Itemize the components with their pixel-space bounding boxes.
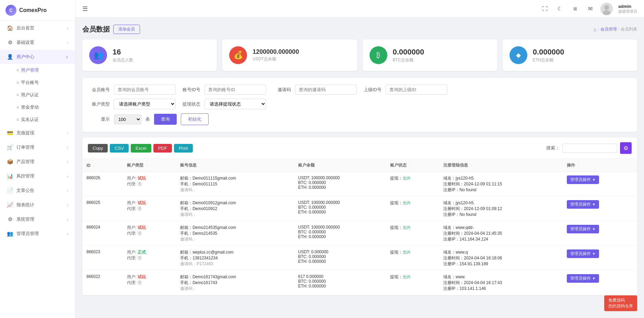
chevron-icon: ‹: [67, 232, 68, 236]
invite-code-input[interactable]: [295, 85, 357, 95]
account-id-input[interactable]: [204, 85, 266, 95]
chevron-down-icon: ∨: [66, 55, 68, 59]
account-type-select[interactable]: 请选择账户类型 正式用户 试玩用户: [114, 99, 176, 109]
action-button[interactable]: 管理员操作 ▼: [567, 200, 599, 209]
cell-id: 866026: [82, 172, 123, 197]
cell-account-type: 用户: 试玩 代理: 否: [123, 221, 176, 246]
watermark-line1: 免费源码: [608, 297, 633, 303]
deposit-icon: 💳: [7, 130, 13, 136]
theme-icon[interactable]: ☾: [555, 4, 565, 14]
sidebar-item-user-auth[interactable]: 用户认证: [16, 89, 75, 101]
sidebar-item-platform-account[interactable]: 平台账号: [16, 76, 75, 89]
member-table: ID ↕ 账户类型 ↕ 账号信息 账户余额 账户状态 ↕ 注册登陆信息 ↕ 操作…: [82, 159, 637, 295]
order-icon: 🛒: [7, 144, 13, 150]
member-account-input[interactable]: [114, 85, 176, 95]
sidebar-item-basic-settings[interactable]: ⚙ 基础设置 ‹: [0, 35, 75, 50]
display-count-select[interactable]: 10 25 50 100: [114, 114, 141, 124]
eth-label: ETH总余额: [533, 57, 564, 63]
usdt-value: 1200000.000000: [253, 48, 299, 56]
action-button[interactable]: 管理员操作 ▼: [567, 249, 599, 258]
chevron-icon: ‹: [67, 203, 68, 207]
sidebar-item-real-name[interactable]: 实名认证: [16, 113, 75, 126]
topbar-left: ☰: [82, 5, 88, 13]
cell-balance: USDT: 0.000000 BTC: 0.000000 ETH: 0.0000…: [294, 246, 386, 271]
sidebar-item-asset-change[interactable]: 资金变动: [16, 101, 75, 113]
cell-reg-info: 域名：www.q 注册时间：2024-04-04 16:18:06 注册IP：1…: [439, 246, 563, 271]
withdraw-status-select[interactable]: 请选择提现状态 允许 禁止: [204, 99, 266, 109]
col-account-info: 账号信息: [176, 159, 294, 172]
sidebar-item-dashboard[interactable]: 🏠 后台首页 ‹: [0, 21, 75, 35]
avatar: [600, 3, 613, 15]
breadcrumb-member-management[interactable]: 会员管理: [600, 26, 617, 32]
col-balance: 账户余额: [294, 159, 386, 172]
action-button[interactable]: 管理员操作 ▼: [567, 225, 599, 233]
eth-icon: ◆: [510, 46, 527, 64]
csv-button[interactable]: CSV: [110, 144, 129, 152]
action-button[interactable]: 管理员操作 ▼: [567, 175, 599, 184]
sidebar: C ComexPro 🏠 后台首页 ‹ ⚙ 基础设置 ‹ 👤 用户中心 ∨: [0, 0, 75, 318]
chevron-icon: ‹: [67, 131, 68, 135]
query-button[interactable]: 查询: [154, 114, 177, 125]
breadcrumb-member-list: 会员列表: [621, 26, 637, 32]
sidebar-item-user-management[interactable]: 用户管理: [16, 64, 75, 76]
action-button[interactable]: 管理员操作 ▼: [567, 274, 599, 283]
sidebar-sub-label-real-name: 实名认证: [21, 117, 39, 123]
product-icon: 📦: [7, 159, 13, 165]
col-account-type[interactable]: 账户类型 ↕: [123, 159, 176, 172]
sidebar-sub-label-platform-account: 平台账号: [21, 80, 39, 86]
reset-button[interactable]: 初始化: [181, 113, 209, 125]
eth-value: 0.000000: [533, 48, 564, 57]
fullscreen-icon[interactable]: ⛶: [540, 4, 550, 14]
usdt-icon: 💰: [229, 46, 247, 64]
pdf-button[interactable]: PDF: [153, 144, 172, 152]
sidebar-item-report-stats[interactable]: 📈 报表统计 ‹: [0, 198, 75, 212]
member-account-label: 会员账号: [89, 87, 110, 93]
search-input[interactable]: [562, 144, 617, 153]
sidebar-item-deposit-withdraw[interactable]: 💳 充值提现 ‹: [0, 126, 75, 140]
sidebar-label-system-management: 系统管理: [16, 216, 34, 222]
chevron-icon: ‹: [67, 188, 68, 193]
sidebar-item-system-management[interactable]: ⚙ 系统管理 ‹: [0, 212, 75, 227]
cell-balance: 617 0.000000 BTC: 0.000000 ETH: 0.000000: [294, 271, 386, 295]
sidebar-item-product-management[interactable]: 📦 产品管理 ‹: [0, 155, 75, 169]
cell-reg-info: 域名：www.qdd- 注册时间：2024-04-04 21:45:35 注册I…: [439, 221, 563, 246]
article-icon: 📄: [7, 187, 13, 194]
sidebar-item-admin-management[interactable]: 👥 管理员管理 ‹: [0, 227, 75, 241]
cell-status: 提现：允许: [386, 172, 439, 197]
main-content: ☰ ⛶ ☾ ⊞ ✉ admin 超级管理员 会员数据 添加会员 ⌂ /: [75, 0, 644, 318]
sidebar-item-user-center[interactable]: 👤 用户中心 ∨: [0, 50, 75, 64]
excel-button[interactable]: Excel: [131, 144, 151, 152]
risk-icon: 📊: [7, 173, 13, 179]
message-icon[interactable]: ✉: [585, 4, 595, 14]
stat-card-eth: ◆ 0.000000 ETH总余额: [503, 39, 637, 71]
sidebar-item-order-management[interactable]: 🛒 订单管理 ‹: [0, 140, 75, 155]
chevron-icon: ‹: [67, 26, 68, 30]
parent-id-input[interactable]: [386, 85, 447, 95]
cell-status: 提现：允许: [386, 197, 439, 221]
sidebar-item-article-notice[interactable]: 📄 文章公告 ‹: [0, 183, 75, 198]
screenshot-icon[interactable]: ⊞: [570, 4, 580, 14]
col-status[interactable]: 账户状态 ↕: [386, 159, 439, 172]
col-action[interactable]: 操作 ↕: [563, 159, 637, 172]
cell-id: 866025: [82, 197, 123, 221]
sidebar-label-risk-control: 风控管理: [16, 173, 34, 179]
table-settings-button[interactable]: ⚙: [620, 142, 632, 154]
col-reg-info[interactable]: 注册登陆信息 ↕: [439, 159, 563, 172]
sidebar-label-order-management: 订单管理: [16, 144, 34, 150]
print-button[interactable]: Print: [174, 144, 193, 152]
table-row: 866026 用户: 试玩 代理: 否 邮箱：Demo011115gmail.c…: [82, 172, 637, 197]
cell-balance: USDT: 100000.000000 BTC: 0.000000 ETH: 0…: [294, 197, 386, 221]
search-label: 搜索：: [546, 145, 560, 151]
invite-code-label: 邀请码: [270, 87, 291, 93]
hamburger-icon[interactable]: ☰: [82, 5, 88, 13]
cell-id: 866024: [82, 221, 123, 246]
col-id[interactable]: ID ↕: [82, 159, 123, 172]
copy-button[interactable]: Copy: [88, 144, 108, 152]
cell-account-type: 用户: 试玩 代理: 否: [123, 197, 176, 221]
add-member-button[interactable]: 添加会员: [113, 25, 140, 34]
sidebar-item-risk-control[interactable]: 📊 风控管理 ‹: [0, 169, 75, 183]
user-name: admin: [618, 4, 637, 9]
home-breadcrumb-icon[interactable]: ⌂: [594, 27, 596, 32]
cell-account-info: 邮箱：Demo010912gmail.com 手机：Demo010912 邀请码…: [176, 197, 294, 221]
table-row: 866023 用户: 正式 代理: 否 邮箱：weplus.cc@gmail.c…: [82, 246, 637, 271]
